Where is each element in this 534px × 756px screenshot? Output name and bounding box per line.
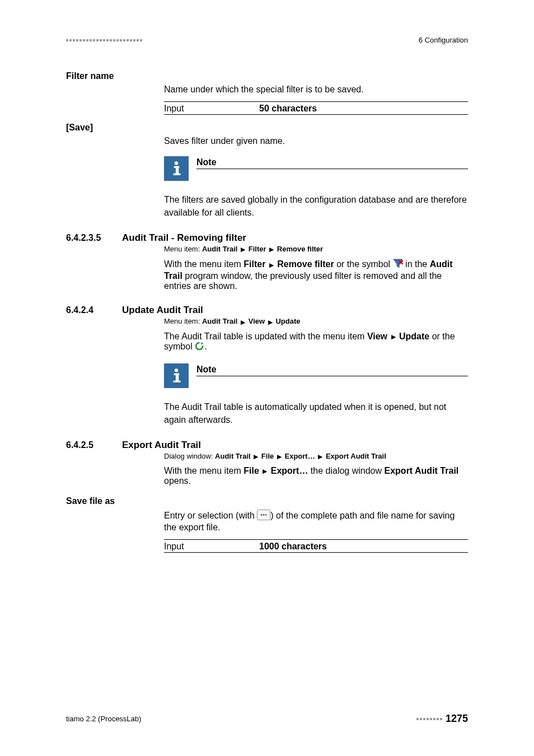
header-chapter: 6 Configuration <box>419 36 468 44</box>
remove-description: With the menu item Filter ▶ Remove filte… <box>164 259 468 291</box>
section-number-export: 6.4.2.5 <box>66 440 122 450</box>
save-description: Saves filter under given name. <box>164 136 468 146</box>
svg-point-6 <box>175 368 178 372</box>
menu-path-update: Menu item: Audit Trail ▶ View ▶ Update <box>164 317 468 325</box>
note-title: Note <box>196 365 468 375</box>
export-description: With the menu item File ▶ Export… the di… <box>164 466 468 486</box>
heading-save-file-as: Save file as <box>66 496 468 506</box>
save-file-as-input-spec: Input 1000 characters <box>164 539 468 553</box>
svg-rect-2 <box>176 166 179 175</box>
input-label: Input <box>164 542 259 552</box>
info-icon <box>164 363 189 388</box>
heading-save: [Save] <box>66 123 468 133</box>
save-file-as-description: Entry or selection (with ) of the comple… <box>164 510 468 533</box>
filter-name-description: Name under which the special filter is t… <box>164 85 468 95</box>
refresh-icon <box>195 342 204 353</box>
update-description: The Audit Trail table is updated with th… <box>164 332 468 353</box>
remove-filter-icon <box>393 259 403 271</box>
note-box-update: Note The Audit Trail table is automatica… <box>164 363 468 426</box>
svg-point-0 <box>175 161 178 165</box>
page-number: 1275 <box>446 713 468 725</box>
heading-filter-name: Filter name <box>66 71 468 81</box>
svg-point-11 <box>261 514 263 516</box>
footer-dots <box>416 718 442 720</box>
input-value: 50 characters <box>259 104 317 114</box>
info-icon <box>164 156 189 181</box>
section-title-export: Export Audit Trail <box>122 440 201 451</box>
header-dots <box>66 39 142 41</box>
section-title-update: Update Audit Trail <box>122 305 203 316</box>
svg-rect-8 <box>176 373 179 381</box>
section-title-remove: Audit Trail - Removing filter <box>122 232 246 244</box>
filter-name-input-spec: Input 50 characters <box>164 101 468 115</box>
menu-path-export: Dialog window: Audit Trail ▶ File ▶ Expo… <box>164 452 468 460</box>
svg-rect-3 <box>174 174 181 175</box>
section-number-update: 6.4.2.4 <box>66 305 122 315</box>
note-title: Note <box>196 157 468 167</box>
svg-point-13 <box>265 514 267 516</box>
note-box-save: Note The filters are saved globally in t… <box>164 156 468 219</box>
svg-rect-9 <box>174 380 181 382</box>
footer-product: tiamo 2.2 (ProcessLab) <box>66 715 141 723</box>
input-value: 1000 characters <box>259 542 327 552</box>
note-body-update: The Audit Trail table is automatically u… <box>164 400 468 426</box>
section-number-remove: 6.4.2.3.5 <box>66 233 122 243</box>
menu-path-remove: Menu item: Audit Trail ▶ Filter ▶ Remove… <box>164 245 468 253</box>
svg-point-12 <box>263 514 265 516</box>
input-label: Input <box>164 104 259 114</box>
browse-icon <box>257 510 270 522</box>
note-body-save: The filters are saved globally in the co… <box>164 193 468 219</box>
